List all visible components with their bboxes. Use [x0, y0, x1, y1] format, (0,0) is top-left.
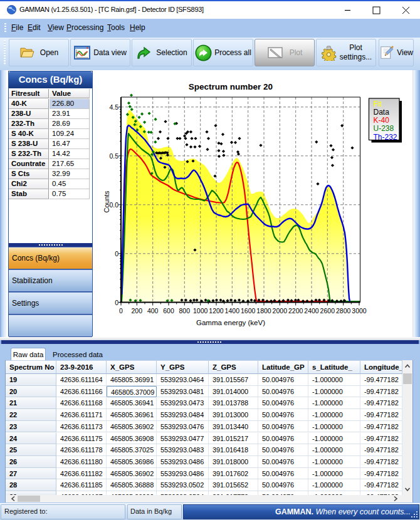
- svg-text:1800: 1800: [256, 307, 271, 315]
- svg-text:2000: 2000: [273, 307, 288, 315]
- svg-text:800: 800: [179, 307, 191, 315]
- svg-text:K-40: K-40: [374, 116, 390, 125]
- svg-text:1400: 1400: [225, 307, 240, 315]
- svg-text:1600: 1600: [241, 307, 256, 315]
- svg-text:0: 0: [115, 299, 118, 306]
- svg-text:Gamma energy (keV): Gamma energy (keV): [196, 319, 265, 326]
- svg-text:Counts: Counts: [103, 190, 110, 212]
- svg-text:400: 400: [147, 307, 159, 315]
- svg-text:2600: 2600: [320, 307, 335, 315]
- svg-text:2400: 2400: [304, 307, 319, 315]
- svg-text:U-238: U-238: [374, 124, 394, 133]
- svg-text:1000: 1000: [193, 307, 208, 315]
- svg-text:Spectrum number 20: Spectrum number 20: [189, 82, 273, 91]
- svg-text:0.0: 0.0: [109, 201, 118, 209]
- svg-text:2800: 2800: [336, 307, 351, 315]
- svg-text:0: 0: [119, 307, 123, 315]
- svg-text:1200: 1200: [209, 307, 224, 315]
- svg-text:600: 600: [163, 307, 174, 315]
- svg-text:0.5: 0.5: [109, 152, 118, 160]
- svg-text:200: 200: [132, 307, 143, 315]
- svg-text:Data: Data: [374, 108, 390, 117]
- svg-text:4.5: 4.5: [109, 103, 118, 111]
- svg-text:2200: 2200: [288, 307, 303, 315]
- svg-text:0: 0: [115, 250, 118, 257]
- svg-text:Fit: Fit: [374, 100, 382, 108]
- svg-text:Th-232: Th-232: [374, 133, 397, 142]
- svg-text:3000: 3000: [352, 307, 367, 315]
